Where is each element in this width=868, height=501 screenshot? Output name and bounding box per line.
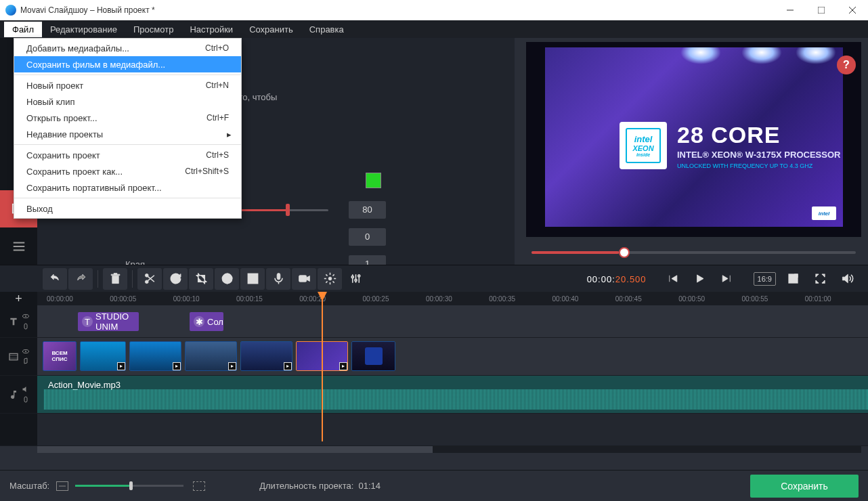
delete-button[interactable] xyxy=(103,268,127,290)
tolerance-value[interactable]: 80 xyxy=(349,201,386,219)
preview-viewport: intelXEONinside 28 CORE INTEL® XEON® W-3… xyxy=(526,42,861,237)
mic-button[interactable] xyxy=(266,268,290,290)
menu-save-portable[interactable]: Сохранить портативный проект... xyxy=(14,179,241,196)
menu-save-as[interactable]: Сохранить проект как...Ctrl+Shift+S xyxy=(14,163,241,179)
menu-add-media[interactable]: Добавить медиафайлы...Ctrl+O xyxy=(14,40,241,56)
zoom-label: Масштаб: xyxy=(9,481,49,491)
detach-button[interactable] xyxy=(781,268,805,290)
window-maximize-button[interactable] xyxy=(806,0,837,20)
volume-button[interactable] xyxy=(835,268,859,290)
crop-button[interactable] xyxy=(189,268,213,290)
video-clip-5[interactable]: ▸ xyxy=(240,341,292,371)
svg-point-10 xyxy=(328,277,332,280)
menu-new-clip[interactable]: Новый клип xyxy=(14,93,241,110)
undo-button[interactable] xyxy=(43,268,67,290)
svg-rect-8 xyxy=(277,274,280,280)
svg-point-12 xyxy=(354,279,356,281)
noise-value[interactable]: 0 xyxy=(349,228,386,246)
preview-seekbar[interactable] xyxy=(526,242,861,263)
menu-recent[interactable]: Недавние проекты▸ xyxy=(14,126,241,142)
color-swatch[interactable] xyxy=(366,173,381,188)
zoom-slider[interactable] xyxy=(75,485,183,487)
video-clip-2[interactable]: ▸ xyxy=(80,341,126,371)
menu-save-project[interactable]: Сохранить проектCtrl+S xyxy=(14,147,241,163)
svg-rect-9 xyxy=(299,276,306,282)
svg-rect-21 xyxy=(24,397,27,402)
video-clip-4[interactable]: ▸ xyxy=(185,341,237,371)
window-minimize-button[interactable] xyxy=(775,0,806,20)
split-button[interactable] xyxy=(137,268,162,290)
svg-point-7 xyxy=(250,276,252,278)
svg-rect-0 xyxy=(818,7,825,14)
video-clip-1[interactable]: ВСЕМСПИС xyxy=(43,341,77,371)
svg-point-13 xyxy=(357,275,360,277)
settings-button[interactable] xyxy=(318,268,342,290)
zoom-fit-button[interactable] xyxy=(56,481,68,491)
menu-view[interactable]: Просмотр xyxy=(125,22,181,37)
video-clip-7[interactable] xyxy=(351,341,395,371)
menu-exit[interactable]: Выход xyxy=(14,200,241,217)
window-title: Movavi Слайдшоу – Новый проект * xyxy=(20,5,155,15)
menubar: Файл Редактирование Просмотр Настройки С… xyxy=(0,20,868,38)
waveform-icon xyxy=(44,389,868,410)
svg-rect-18 xyxy=(9,353,18,360)
equalizer-button[interactable] xyxy=(343,268,368,290)
record-button[interactable] xyxy=(292,268,316,290)
app-logo xyxy=(5,5,16,16)
timeline-scrollbar[interactable] xyxy=(37,446,861,453)
prev-button[interactable] xyxy=(661,268,685,290)
picture-button[interactable] xyxy=(240,268,265,290)
preview-text: 28 CORE INTEL® XEON® W-3175X PROCESSOR U… xyxy=(677,122,840,169)
svg-point-16 xyxy=(25,315,26,317)
empty-track xyxy=(0,414,868,446)
menu-help[interactable]: Справка xyxy=(301,22,352,37)
timeline-ruler[interactable]: 00:00:0000:00:0500:00:1000:00:1500:00:20… xyxy=(37,292,868,305)
title-track: TSTUDIO UNIM ✱Сол xyxy=(0,305,868,338)
timeline-toolbar: 00:00:20.500 16:9 xyxy=(0,265,868,292)
seek-thumb[interactable] xyxy=(619,247,630,258)
redo-button[interactable] xyxy=(68,268,93,290)
play-button[interactable] xyxy=(688,268,712,290)
svg-point-11 xyxy=(351,276,353,278)
menu-save-movie[interactable]: Сохранить фильм в медиафайл... xyxy=(14,56,241,72)
video-track: ВСЕМСПИС ▸ ▸ ▸ ▸ ▸ xyxy=(0,338,868,376)
playhead[interactable] xyxy=(322,292,323,441)
save-button[interactable]: Сохранить xyxy=(750,475,859,498)
preview-frame: intelXEONinside 28 CORE INTEL® XEON® W-3… xyxy=(545,47,843,227)
next-button[interactable] xyxy=(715,268,739,290)
tracks-area: TSTUDIO UNIM ✱Сол ВСЕМСПИС ▸ ▸ ▸ ▸ ▸ Act… xyxy=(0,305,868,446)
color-button[interactable] xyxy=(215,268,239,290)
intel-logo: intelXEONinside xyxy=(620,122,667,169)
window-titlebar: Movavi Слайдшоу – Новый проект * xyxy=(0,0,868,20)
menu-file[interactable]: Файл xyxy=(4,22,42,37)
menu-new-project[interactable]: Новый проектCtrl+N xyxy=(14,77,241,93)
menu-edit[interactable]: Редактирование xyxy=(42,22,125,37)
menu-open-project[interactable]: Открыть проект...Ctrl+F xyxy=(14,110,241,126)
duration-label: Длительность проекта: 01:14 xyxy=(259,481,381,491)
title-clip-1[interactable]: TSTUDIO UNIM xyxy=(78,312,139,331)
menu-settings[interactable]: Настройки xyxy=(181,22,241,37)
zoom-fit-button-2[interactable] xyxy=(193,481,205,491)
svg-point-20 xyxy=(25,351,26,352)
menu-save[interactable]: Сохранить xyxy=(241,22,301,37)
audio-track: Action_Movie.mp3 xyxy=(0,376,868,414)
title-clip-2[interactable]: ✱Сол xyxy=(190,312,223,331)
rail-timeline-button[interactable] xyxy=(0,227,37,265)
svg-rect-17 xyxy=(24,324,27,329)
add-track-button[interactable]: + xyxy=(0,292,37,305)
status-bar: Масштаб: Длительность проекта: 01:14 Сох… xyxy=(0,470,868,501)
rotate-button[interactable] xyxy=(163,268,188,290)
video-clip-3[interactable]: ▸ xyxy=(129,341,181,371)
window-close-button[interactable] xyxy=(837,0,868,20)
intel-badge: intel xyxy=(812,206,836,220)
fullscreen-button[interactable] xyxy=(808,268,832,290)
help-button[interactable]: ? xyxy=(837,56,856,74)
timecode-display: 00:00:20.500 xyxy=(587,271,647,286)
aspect-button[interactable]: 16:9 xyxy=(754,272,776,286)
file-menu-dropdown: Добавить медиафайлы...Ctrl+O Сохранить ф… xyxy=(14,38,242,219)
